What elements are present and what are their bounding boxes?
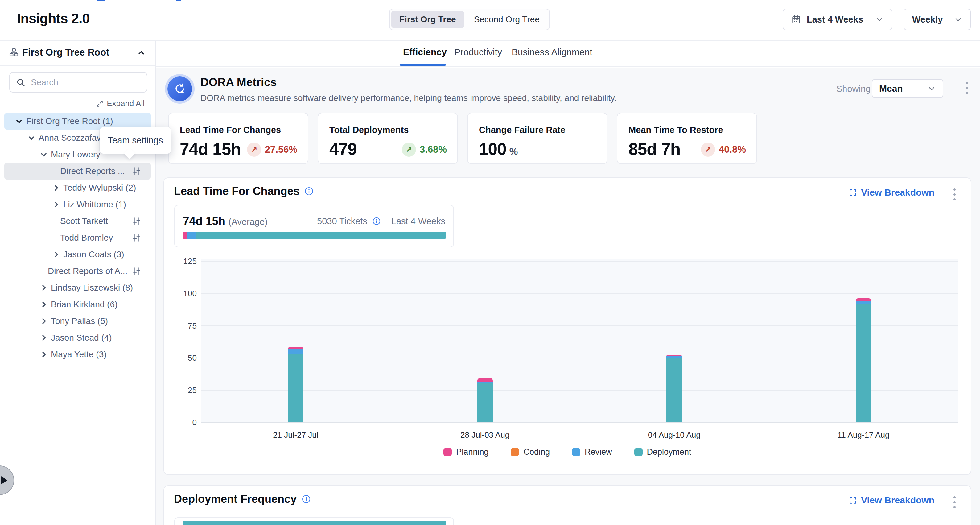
tree-item[interactable]: Teddy Wylupski (2) — [4, 180, 151, 196]
tree-item[interactable]: Jason Coats (3) — [4, 246, 151, 263]
org-tree-toggle-second[interactable]: Second Org Tree — [466, 11, 548, 28]
legend-item-deployment[interactable]: Deployment — [634, 447, 691, 457]
bar-segment-deployment — [477, 383, 493, 422]
chart-y-axis: 0255075100125 — [173, 259, 197, 423]
section-kebab-menu-icon[interactable] — [952, 188, 956, 200]
stacked-bar — [288, 347, 304, 422]
granularity-value: Weekly — [912, 14, 943, 25]
legend-item-coding[interactable]: Coding — [511, 447, 550, 457]
dora-metrics-title: DORA Metrics — [200, 76, 277, 89]
gridline — [201, 261, 958, 262]
deployment-minibar — [183, 521, 446, 525]
org-tree-toggle-first[interactable]: First Org Tree — [391, 11, 464, 28]
gridline — [201, 390, 958, 390]
insights-app: Insights 2.0 First Org Tree Second Org T… — [0, 0, 980, 525]
legend-swatch — [634, 448, 643, 456]
chevron-right-icon[interactable] — [38, 283, 49, 293]
tree-item-label: Direct Reports ... — [60, 166, 125, 176]
tree-item-label: Direct Reports of A... — [48, 266, 127, 276]
section-kebab-menu-icon[interactable] — [952, 496, 956, 508]
section-title: Deployment Frequency — [174, 493, 297, 506]
toggle-divider — [465, 13, 465, 26]
x-axis-label: 04 Aug-10 Aug — [625, 430, 724, 440]
team-settings-icon[interactable] — [132, 166, 142, 176]
chevron-right-icon[interactable] — [51, 249, 61, 260]
dora-kebab-menu-icon[interactable] — [964, 82, 969, 94]
team-settings-icon[interactable] — [132, 216, 142, 226]
minibar-segment-planning — [183, 232, 186, 239]
chevron-right-icon[interactable] — [51, 199, 61, 210]
team-settings-icon[interactable] — [132, 266, 142, 276]
tree-item[interactable]: Direct Reports of A... — [4, 263, 151, 280]
expand-all-label: Expand All — [107, 99, 145, 108]
date-range-select[interactable]: Last 4 Weeks — [783, 9, 892, 30]
dora-metrics-icon — [165, 74, 194, 103]
legend-item-review[interactable]: Review — [572, 447, 612, 457]
bar-segment-planning — [856, 298, 871, 301]
org-tree-sidebar: First Org Tree Root Expand All First Org… — [0, 40, 156, 525]
metric-card-change-failure-rate: Change Failure Rate 100% — [467, 113, 608, 164]
aggregation-value: Mean — [879, 83, 903, 94]
info-icon[interactable] — [304, 187, 313, 196]
info-icon[interactable] — [302, 495, 311, 504]
tree-item[interactable]: Lindsay Liszewski (8) — [4, 280, 151, 296]
aggregation-select[interactable]: Mean — [872, 79, 943, 98]
x-axis-label: 11 Aug-17 Aug — [814, 430, 913, 440]
legend-item-planning[interactable]: Planning — [444, 447, 488, 457]
tree-item[interactable]: Tony Pallas (5) — [4, 313, 151, 329]
trend-up-icon: ↗ — [402, 143, 416, 157]
chevron-down-icon[interactable] — [38, 149, 49, 160]
y-axis-tick-label: 0 — [173, 418, 197, 427]
expand-all-button[interactable]: Expand All — [95, 99, 145, 108]
phase-breakdown-minibar — [183, 232, 446, 239]
metric-unit: % — [509, 146, 518, 157]
legend-swatch — [444, 448, 452, 456]
tree-item[interactable]: Liz Whittome (1) — [4, 196, 151, 213]
chevron-right-icon[interactable] — [38, 316, 49, 326]
chevron-down-icon[interactable] — [14, 116, 24, 126]
info-icon[interactable] — [372, 217, 381, 226]
tree-item-label: First Org Tree Root (1) — [26, 116, 113, 126]
tree-item[interactable]: Scott Tarkett — [4, 213, 151, 229]
team-settings-icon[interactable] — [132, 233, 142, 243]
view-breakdown-button[interactable]: View Breakdown — [849, 187, 934, 198]
y-axis-tick-label: 75 — [173, 321, 197, 331]
tab-business-alignment[interactable]: Business Alignment — [512, 47, 592, 57]
tab-productivity[interactable]: Productivity — [454, 47, 502, 57]
chevron-right-icon[interactable] — [51, 183, 61, 193]
tab-efficiency[interactable]: Efficiency — [403, 47, 447, 57]
tree-item[interactable]: Jason Stead (4) — [4, 329, 151, 346]
showing-label: Showing — [836, 84, 870, 94]
tree-item[interactable]: Todd Bromley — [4, 229, 151, 246]
delta-value: 27.56% — [265, 144, 297, 155]
view-breakdown-button[interactable]: View Breakdown — [849, 495, 934, 506]
search-icon — [16, 78, 25, 87]
chevron-right-icon[interactable] — [38, 349, 49, 360]
tree-item-label: Jason Coats (3) — [63, 250, 124, 259]
view-breakdown-label: View Breakdown — [861, 495, 934, 506]
chevron-right-icon[interactable] — [38, 299, 49, 310]
tree-item[interactable]: Maya Yette (3) — [4, 346, 151, 363]
gridline — [201, 293, 958, 294]
legend-label: Deployment — [647, 447, 691, 457]
top-bar: Insights 2.0 First Org Tree Second Org T… — [0, 0, 980, 41]
search-input[interactable] — [30, 77, 141, 88]
stacked-bar — [477, 378, 493, 422]
metric-card-lead-time: Lead Time For Changes 74d 15h ↗ 27.56% — [168, 113, 309, 164]
lead-time-section-card: Lead Time For Changes View Breakdown 74d… — [164, 177, 971, 475]
delta-value: 3.68% — [420, 144, 447, 155]
tree-item[interactable]: Brian Kirkland (6) — [4, 296, 151, 313]
chevron-right-icon[interactable] — [38, 332, 49, 343]
tree-item[interactable]: Direct Reports ... — [4, 163, 151, 180]
tree-item-label: Jason Stead (4) — [51, 333, 112, 343]
trend-up-icon: ↗ — [247, 143, 261, 157]
tree-search[interactable] — [9, 72, 147, 92]
collapse-sidebar-chevron-up-icon[interactable] — [136, 48, 146, 58]
x-axis-label: 21 Jul-27 Jul — [247, 430, 345, 440]
metric-label: Total Deployments — [329, 125, 409, 135]
page-title: Insights 2.0 — [17, 11, 90, 27]
granularity-select[interactable]: Weekly — [904, 9, 971, 30]
chevron-down-icon[interactable] — [26, 133, 37, 143]
metric-delta: ↗ 3.68% — [402, 143, 447, 157]
tree-item-label: Scott Tarkett — [60, 216, 108, 226]
